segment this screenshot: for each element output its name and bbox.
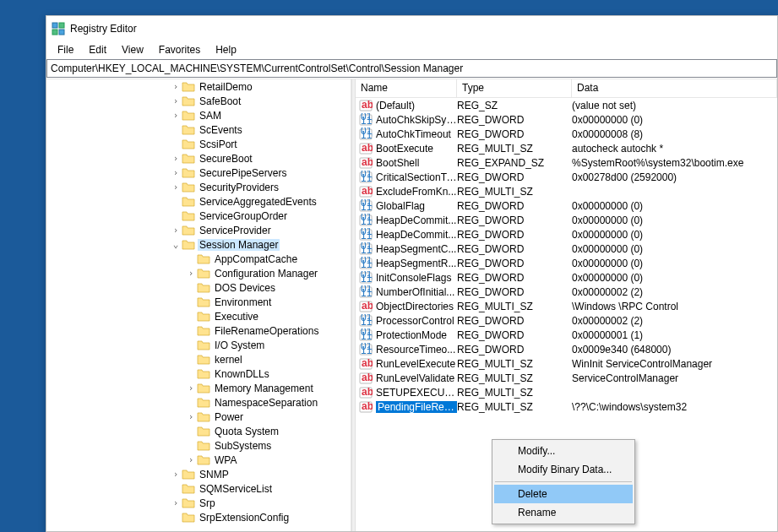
menu-favorites[interactable]: Favorites [151,42,208,57]
list-row[interactable]: 011110ResourceTimeo...REG_DWORD0x0009e34… [356,342,777,356]
tree-item[interactable]: ›Configuration Manager [46,266,351,280]
address-bar[interactable]: Computer\HKEY_LOCAL_MACHINE\SYSTEM\Curre… [46,59,777,78]
expander-icon[interactable]: › [185,411,197,422]
value-icon: 011110 [359,285,373,299]
tree-item[interactable]: ›ServiceProvider [46,223,351,237]
menu-view[interactable]: View [114,42,151,57]
tree-item[interactable]: ScsiPort [46,137,351,151]
list-row[interactable]: 011110HeapDeCommit...REG_DWORD0x00000000… [356,213,777,227]
tree-item[interactable]: Executive [46,309,351,323]
tree-item[interactable]: ScEvents [46,122,351,137]
col-type[interactable]: Type [457,79,572,97]
tree-item[interactable]: SubSystems [46,438,351,453]
tree-item[interactable]: ›Power [46,410,351,424]
expander-icon[interactable] [185,311,197,322]
expander-icon[interactable]: › [170,81,182,92]
expander-icon[interactable] [185,282,197,293]
expander-icon[interactable] [185,397,197,408]
expander-icon[interactable] [170,124,182,135]
tree-item[interactable]: ›SecureBoot [46,151,351,166]
list-row[interactable]: abObjectDirectoriesREG_MULTI_SZ\Windows … [356,299,777,313]
expander-icon[interactable]: › [170,153,182,164]
expander-icon[interactable] [185,426,197,437]
list-row[interactable]: abSETUPEXECUTEREG_MULTI_SZ [356,385,777,399]
context-menu-item[interactable]: Modify... [494,442,633,460]
list-row[interactable]: 011110GlobalFlagREG_DWORD0x00000000 (0) [356,198,777,213]
tree-item[interactable]: Environment [46,295,351,309]
tree-item[interactable]: ServiceGroupOrder [46,209,351,223]
list-row[interactable]: 011110HeapDeCommit...REG_DWORD0x00000000… [356,227,777,242]
list-row[interactable]: 011110ProcessorControlREG_DWORD0x0000000… [356,313,777,328]
tree-item[interactable]: ›SafeBoot [46,94,351,108]
tree-item[interactable]: ⌄Session Manager [46,237,351,252]
tree-item[interactable]: ServiceAggregatedEvents [46,194,351,209]
expander-icon[interactable] [185,296,197,307]
tree-item[interactable]: ›SecurityProviders [46,180,351,194]
tree-item[interactable]: ›SecurePipeServers [46,166,351,180]
list-row[interactable]: 011110HeapSegmentR...REG_DWORD0x00000000… [356,256,777,270]
tree-item[interactable]: kernel [46,352,351,366]
tree-item[interactable]: ›Srp [46,496,351,510]
list-row[interactable]: 011110InitConsoleFlagsREG_DWORD0x0000000… [356,270,777,285]
expander-icon[interactable]: › [185,383,197,394]
titlebar[interactable]: Registry Editor [46,16,777,41]
expander-icon[interactable]: › [185,454,197,465]
tree-item[interactable]: NamespaceSeparation [46,395,351,410]
tree-item[interactable]: ›SAM [46,108,351,122]
expander-icon[interactable]: ⌄ [170,239,182,250]
menu-edit[interactable]: Edit [81,42,114,57]
list-row[interactable]: abBootShellREG_EXPAND_SZ%SystemRoot%\sys… [356,155,777,170]
tree-item[interactable]: ›SNMP [46,467,351,481]
list-row[interactable]: 011110AutoChkSkipSys...REG_DWORD0x000000… [356,112,777,127]
context-menu-item[interactable]: Modify Binary Data... [494,460,633,479]
expander-icon[interactable]: › [185,268,197,279]
list-row[interactable]: 011110HeapSegmentC...REG_DWORD0x00000000… [356,242,777,256]
list-row[interactable]: abPendingFileRen...REG_MULTI_SZ\??\C:\wi… [356,399,777,414]
tree-item[interactable]: AppCompatCache [46,252,351,266]
menu-file[interactable]: File [50,42,81,57]
list-row[interactable]: abBootExecuteREG_MULTI_SZautocheck autoc… [356,141,777,155]
list-row[interactable]: abRunLevelExecuteREG_MULTI_SZWinInit Ser… [356,356,777,371]
expander-icon[interactable] [185,354,197,365]
tree-item[interactable]: DOS Devices [46,280,351,295]
expander-icon[interactable]: › [170,95,182,106]
expander-icon[interactable] [185,325,197,336]
expander-icon[interactable] [170,138,182,149]
expander-icon[interactable]: › [170,469,182,480]
context-menu-item[interactable]: Delete [494,485,633,503]
expander-icon[interactable] [185,440,197,451]
expander-icon[interactable]: › [170,497,182,508]
expander-icon[interactable] [170,483,182,494]
expander-icon[interactable] [170,196,182,207]
tree-item[interactable]: ›WPA [46,453,351,467]
expander-icon[interactable] [185,339,197,350]
tree-view[interactable]: ›RetailDemo›SafeBoot›SAM ScEvents ScsiPo… [46,79,351,531]
list-row[interactable]: ab(Default)REG_SZ(value not set) [356,98,777,112]
tree-item[interactable]: FileRenameOperations [46,323,351,338]
tree-item[interactable]: SrpExtensionConfig [46,510,351,524]
expander-icon[interactable] [170,210,182,221]
tree-item[interactable]: ›Memory Management [46,381,351,395]
menu-help[interactable]: Help [208,42,244,57]
tree-item[interactable]: KnownDLLs [46,366,351,381]
col-data[interactable]: Data [572,79,777,97]
list-row[interactable]: 011110ProtectionModeREG_DWORD0x00000001 … [356,328,777,342]
tree-item[interactable]: I/O System [46,338,351,352]
list-row[interactable]: 011110NumberOfInitial...REG_DWORD0x00000… [356,285,777,299]
list-row[interactable]: 011110AutoChkTimeoutREG_DWORD0x00000008 … [356,127,777,141]
col-name[interactable]: Name [356,79,457,97]
tree-item[interactable]: SQMServiceList [46,481,351,496]
tree-item[interactable]: ›RetailDemo [46,79,351,94]
expander-icon[interactable]: › [170,225,182,236]
list-row[interactable]: abExcludeFromKn...REG_MULTI_SZ [356,184,777,198]
expander-icon[interactable] [185,253,197,264]
expander-icon[interactable]: › [170,110,182,121]
expander-icon[interactable]: › [170,167,182,178]
list-row[interactable]: 011110CriticalSectionTi...REG_DWORD0x002… [356,170,777,184]
expander-icon[interactable]: › [170,182,182,193]
context-menu-item[interactable]: Rename [494,503,633,522]
tree-item[interactable]: Quota System [46,424,351,438]
expander-icon[interactable] [170,512,182,523]
expander-icon[interactable] [185,368,197,379]
list-row[interactable]: abRunLevelValidateREG_MULTI_SZServiceCon… [356,371,777,385]
